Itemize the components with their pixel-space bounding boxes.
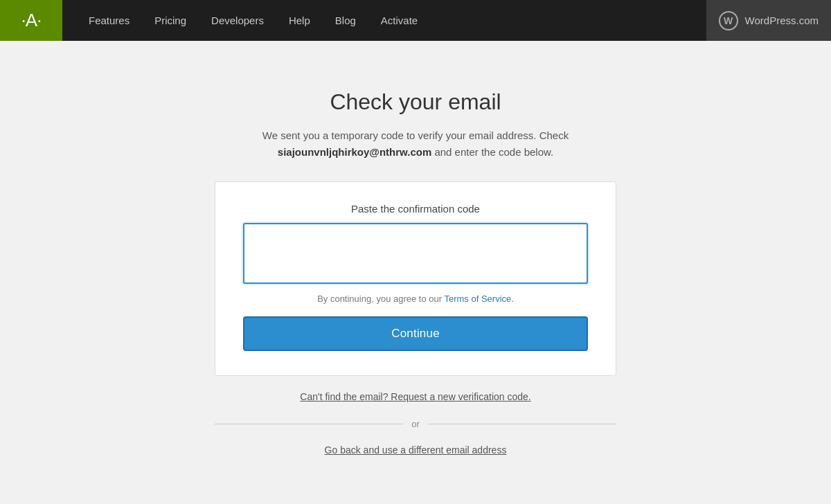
code-label: Paste the confirmation code [351,203,480,215]
email-address: siajounvnljqhirkoy@nthrw.com [278,146,431,158]
wordpress-icon-letter: W [724,15,733,26]
code-input[interactable] [243,223,588,284]
page-title: Check your email [330,89,501,115]
terms-before: By continuing, you agree to our [317,294,444,304]
terms-text: By continuing, you agree to our Terms of… [317,294,514,304]
terms-link[interactable]: Terms of Service. [444,294,513,304]
main-content: Check your email We sent you a temporary… [0,41,831,456]
header: ·A· Features Pricing Developers Help Blo… [0,0,831,41]
nav-item-help[interactable]: Help [276,0,323,41]
subtitle-after: and enter the code below. [431,146,553,158]
divider-row: or [215,419,616,429]
divider-line-left [215,424,403,424]
logo[interactable]: ·A· [0,0,62,41]
continue-button[interactable]: Continue [243,316,588,351]
logo-text: ·A· [21,10,42,31]
nav-item-blog[interactable]: Blog [323,0,368,41]
divider-or: or [403,419,428,429]
nav-item-pricing[interactable]: Pricing [142,0,199,41]
divider-line-right [428,424,616,424]
nav-item-activate[interactable]: Activate [368,0,430,41]
verification-card: Paste the confirmation code By continuin… [215,181,616,376]
subtitle-before: We sent you a temporary code to verify y… [262,129,569,141]
subtitle: We sent you a temporary code to verify y… [208,127,623,161]
nav-item-features[interactable]: Features [76,0,142,41]
wordpress-icon: W [719,11,738,30]
nav-item-developers[interactable]: Developers [199,0,276,41]
wordpress-label: WordPress.com [745,15,819,26]
resend-link[interactable]: Can't find the email? Request a new veri… [300,391,530,402]
main-nav: Features Pricing Developers Help Blog Ac… [62,0,706,41]
wordpress-button[interactable]: W WordPress.com [706,0,831,41]
back-link[interactable]: Go back and use a different email addres… [325,444,507,456]
